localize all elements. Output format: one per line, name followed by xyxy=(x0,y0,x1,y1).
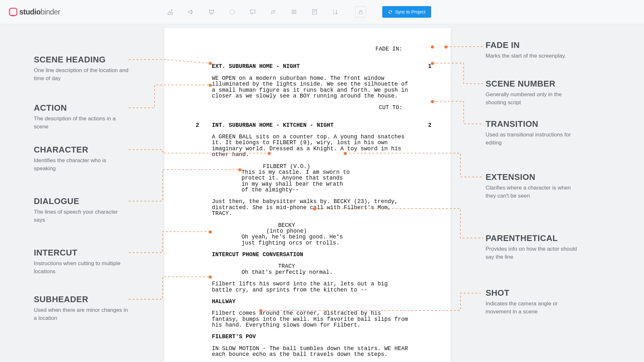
note-icon[interactable] xyxy=(311,8,318,16)
dialog-filbert: This is my castle. I am sworn to protect… xyxy=(242,169,351,193)
scene-2-heading: 2 INT. SUBURBAN HOME - KITCHEN - NIGHT 2 xyxy=(212,122,431,128)
ann-action: ACTION The description of the actions in… xyxy=(34,103,129,131)
comment-icon[interactable] xyxy=(249,8,257,16)
megaphone-icon[interactable] xyxy=(187,8,195,16)
paren-becky: (into phone) xyxy=(235,228,338,234)
dot-dialogue xyxy=(238,168,242,172)
sub-pov: FILBERT'S POV xyxy=(212,334,431,339)
ann-shot: SHOT Indicates the camera angle or movem… xyxy=(486,288,581,316)
lines-icon[interactable] xyxy=(290,8,298,16)
scene-1-heading: EXT. SUBURBAN HOME - NIGHT 1 xyxy=(212,63,431,69)
scene-2-action-2: Just then, the babysitter walks by. BECK… xyxy=(212,199,409,216)
sub-hallway: HALLWAY xyxy=(212,299,431,304)
intercut-label: INTERCUT PHONE CONVERSATION xyxy=(212,252,431,257)
logo-text: studiobinder xyxy=(19,8,60,16)
dot-subheader xyxy=(209,275,212,279)
sort-icon[interactable]: 12 xyxy=(331,8,339,16)
ann-parenthetical: PARENTHETICAL Provides info on how the a… xyxy=(486,233,581,261)
logo[interactable]: studiobinder xyxy=(9,8,60,16)
cut-to: CUT TO: xyxy=(184,105,431,110)
svg-rect-2 xyxy=(313,10,317,14)
swap-icon[interactable] xyxy=(270,8,277,16)
svg-point-0 xyxy=(171,10,172,11)
toolbar: 12 Sync to Project xyxy=(166,6,431,18)
svg-point-1 xyxy=(230,10,235,14)
ann-character: CHARACTER Identifies the character who i… xyxy=(34,145,129,172)
char-tracy: TRACY xyxy=(235,263,338,269)
logo-icon xyxy=(9,8,17,16)
dialog-tracy: Oh that's perfectly normal. xyxy=(242,269,351,275)
dot-fadein-outer xyxy=(444,45,448,49)
topbar: studiobinder 12 Sync to Project xyxy=(0,0,644,24)
svg-rect-5 xyxy=(359,12,362,14)
script-content: FADE IN: EXT. SUBURBAN HOME - NIGHT 1 WE… xyxy=(164,28,451,362)
dot-parenthetical xyxy=(313,207,316,210)
dot-scene-heading xyxy=(209,62,212,65)
scene-2-action-3: Filbert lifts his sword into the air, le… xyxy=(212,281,409,293)
dot-transition xyxy=(431,100,434,103)
dot-character xyxy=(268,152,271,155)
dot-intercut xyxy=(209,230,212,234)
scene-1-action: WE OPEN on a modern suburban home. The f… xyxy=(212,75,409,99)
char-becky: BECKY xyxy=(235,222,338,228)
scene-2-action-5: IN SLOW MOTION - The ball tumbles down t… xyxy=(212,346,409,357)
scene-2-action-4: Filbert comes around the corner, distrac… xyxy=(212,310,409,328)
dot-extension xyxy=(344,152,347,155)
mask-icon[interactable] xyxy=(208,8,215,16)
script-page: FADE IN: EXT. SUBURBAN HOME - NIGHT 1 WE… xyxy=(164,28,451,362)
lock-button[interactable] xyxy=(355,6,366,17)
dialog-becky: Oh yeah, he's being good. He's just figh… xyxy=(242,234,351,246)
dot-action xyxy=(209,84,212,87)
ann-subheader: SUBHEADER Used when there are minor chan… xyxy=(34,294,129,322)
fade-in: FADE IN: xyxy=(184,46,431,52)
ann-scene-heading: SCENE HEADING One line description of th… xyxy=(34,55,129,82)
ann-intercut: INTERCUT Instructions when cutting to mu… xyxy=(34,248,129,275)
ann-extension: EXTENSION Clarifies where a character is… xyxy=(486,172,581,200)
ann-dialogue: DIALOGUE The lines of speech your charac… xyxy=(34,196,129,224)
char-filbert: FILBERT (V.O.) xyxy=(235,163,338,169)
scene-2-action-1: A GREEN BALL sits on a counter top. A yo… xyxy=(212,134,409,158)
svg-text:2: 2 xyxy=(333,12,334,14)
circle-icon[interactable] xyxy=(228,8,236,16)
dot-shot xyxy=(259,309,262,312)
dot-scenenum xyxy=(431,62,434,65)
dot-fadein-inner xyxy=(431,45,434,49)
sync-button[interactable]: Sync to Project xyxy=(382,6,431,18)
svg-text:1: 1 xyxy=(333,9,334,11)
scene-icon[interactable] xyxy=(166,8,174,16)
ann-fadein: FADE IN Marks the start of the screenpla… xyxy=(486,40,581,60)
ann-scenenum: SCENE NUMBER Generally numbered only in … xyxy=(486,79,581,107)
ann-transition: TRANSITION Used as transitional instruct… xyxy=(486,119,581,147)
sync-label: Sync to Project xyxy=(395,9,425,14)
stage: FADE IN: EXT. SUBURBAN HOME - NIGHT 1 WE… xyxy=(0,24,644,362)
